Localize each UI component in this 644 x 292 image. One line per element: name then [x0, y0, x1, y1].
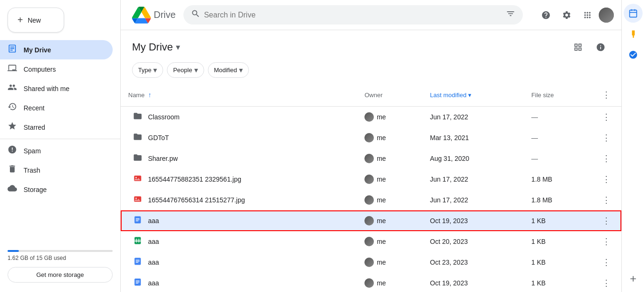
modified-cell: Jun 17, 2022	[422, 169, 524, 190]
size-cell: —	[524, 127, 591, 148]
sidebar-item-spam[interactable]: Spam	[0, 141, 113, 160]
owner-avatar	[364, 133, 374, 142]
svg-rect-2	[10, 50, 13, 51]
owner-cell: me	[364, 175, 415, 184]
sidebar-item-storage[interactable]: Storage	[0, 180, 113, 199]
table-row[interactable]: aaa me Oct 19, 20231 KB⋮	[121, 210, 621, 231]
file-icon	[132, 215, 143, 227]
modified-cell: Oct 19, 2023	[422, 210, 524, 231]
dash: —	[531, 155, 538, 162]
table-row[interactable]: GDToT me Mar 13, 2021—⋮	[121, 127, 621, 148]
size-cell: 1.8 MB	[524, 169, 591, 190]
size-cell: 1 KB	[524, 252, 591, 273]
modified-cell: Oct 20, 2023	[422, 231, 524, 252]
help-button[interactable]	[537, 6, 555, 25]
file-icon	[132, 174, 143, 185]
file-name: aaa	[148, 238, 159, 245]
sidebar-item-recent[interactable]: Recent	[0, 98, 113, 117]
row-menu-button[interactable]: ⋮	[599, 275, 614, 291]
col-header-modified[interactable]: Last modified ▾	[422, 83, 524, 107]
col-header-size[interactable]: File size	[524, 83, 591, 107]
search-input[interactable]	[204, 11, 498, 19]
row-menu-button[interactable]: ⋮	[599, 172, 614, 187]
table-row[interactable]: Sharer.pw me Aug 31, 2020—⋮	[121, 148, 621, 169]
people-filter[interactable]: People ▾	[167, 62, 204, 78]
file-name-cell: aaa	[132, 215, 349, 227]
new-button-container: + New	[0, 4, 120, 40]
row-menu-button[interactable]: ⋮	[599, 234, 614, 249]
right-panel-tasks[interactable]	[624, 45, 643, 64]
file-table-body: Classroom me Jun 17, 2022—⋮ GDToT me Mar…	[121, 107, 621, 292]
sidebar-item-computers[interactable]: Computers	[0, 59, 113, 79]
right-panel-keep[interactable]	[624, 25, 643, 43]
row-menu-button[interactable]: ⋮	[599, 109, 614, 125]
file-table-wrapper: Name ↑ Owner Last modified ▾ File size	[121, 83, 621, 292]
sidebar-item-shared[interactable]: Shared with me	[0, 79, 113, 98]
file-name-cell: aaa	[132, 257, 349, 268]
table-row[interactable]: aaa me Oct 23, 20231 KB⋮	[121, 252, 621, 273]
sidebar-item-label-my-drive: My Drive	[24, 46, 51, 54]
sidebar-item-label-computers: Computers	[24, 66, 56, 73]
type-filter-chevron: ▾	[153, 66, 157, 75]
table-row[interactable]: aaa me Oct 20, 20231 KB⋮	[121, 231, 621, 252]
content-header-actions	[569, 38, 610, 57]
row-menu-button[interactable]: ⋮	[599, 130, 614, 145]
owner-cell: me	[364, 133, 415, 142]
row-menu-button[interactable]: ⋮	[599, 255, 614, 270]
col-header-name[interactable]: Name ↑	[121, 83, 357, 107]
settings-button[interactable]	[557, 6, 576, 25]
people-icon	[8, 83, 17, 94]
row-menu-button[interactable]: ⋮	[599, 151, 614, 166]
sidebar-item-label-storage: Storage	[24, 186, 47, 193]
table-row[interactable]: 165544775882351 2329561.jpg me Jun 17, 2…	[121, 169, 621, 190]
info-button[interactable]	[591, 38, 610, 57]
file-icon	[132, 153, 143, 165]
owner-cell: me	[364, 258, 415, 267]
modified-filter[interactable]: Modified ▾	[208, 62, 249, 78]
type-filter[interactable]: Type ▾	[132, 62, 163, 78]
header: Drive	[121, 0, 621, 30]
dash: —	[531, 113, 538, 121]
people-filter-chevron: ▾	[194, 66, 198, 75]
column-menu-button[interactable]: ⋮	[599, 87, 614, 102]
owner-name: me	[377, 113, 386, 121]
apps-button[interactable]	[578, 6, 597, 25]
file-name-cell: 165544767656314 21515277.jpg	[132, 194, 349, 206]
sort-arrow-up: ↑	[148, 91, 151, 99]
clock-icon	[8, 102, 17, 114]
svg-rect-8	[136, 218, 140, 218]
grid-view-button[interactable]	[569, 38, 587, 57]
file-name: Classroom	[148, 113, 180, 121]
sidebar-item-trash[interactable]: Trash	[0, 160, 113, 180]
row-menu-button[interactable]: ⋮	[599, 192, 614, 208]
owner-name: me	[377, 259, 386, 266]
svg-rect-29	[629, 10, 636, 17]
content-area: My Drive ▾ Type ▾ People ▾	[121, 30, 621, 292]
table-row[interactable]: aaa me Oct 19, 20231 KB⋮	[121, 273, 621, 292]
right-panel-add-button[interactable]	[624, 269, 643, 288]
my-drive-title[interactable]: My Drive ▾	[132, 41, 180, 53]
file-name-cell: GDToT	[132, 132, 349, 144]
owner-avatar	[364, 278, 374, 288]
file-name-cell: aaa	[132, 236, 349, 248]
get-more-storage-button[interactable]: Get more storage	[8, 267, 113, 283]
row-menu-button[interactable]: ⋮	[599, 213, 614, 228]
avatar-image	[599, 8, 614, 23]
new-button[interactable]: + New	[8, 8, 64, 33]
sidebar-item-label-spam: Spam	[24, 147, 41, 155]
svg-rect-19	[136, 262, 139, 262]
file-name-cell: Sharer.pw	[132, 153, 349, 165]
user-avatar[interactable]	[599, 8, 614, 23]
right-panel-calendar[interactable]	[624, 4, 643, 23]
modified-cell: Mar 13, 2021	[422, 127, 524, 148]
modified-sort-arrow: ▾	[468, 92, 471, 99]
sidebar-item-my-drive[interactable]: My Drive	[0, 40, 113, 59]
owner-name: me	[377, 155, 386, 162]
storage-bar-fill	[8, 250, 19, 252]
table-row[interactable]: 165544767656314 21515277.jpg me Jun 17, …	[121, 190, 621, 210]
search-filter-button[interactable]	[506, 9, 515, 21]
col-header-owner[interactable]: Owner	[357, 83, 422, 107]
owner-avatar	[364, 175, 374, 184]
table-row[interactable]: Classroom me Jun 17, 2022—⋮	[121, 107, 621, 128]
sidebar-item-starred[interactable]: Starred	[0, 117, 113, 137]
